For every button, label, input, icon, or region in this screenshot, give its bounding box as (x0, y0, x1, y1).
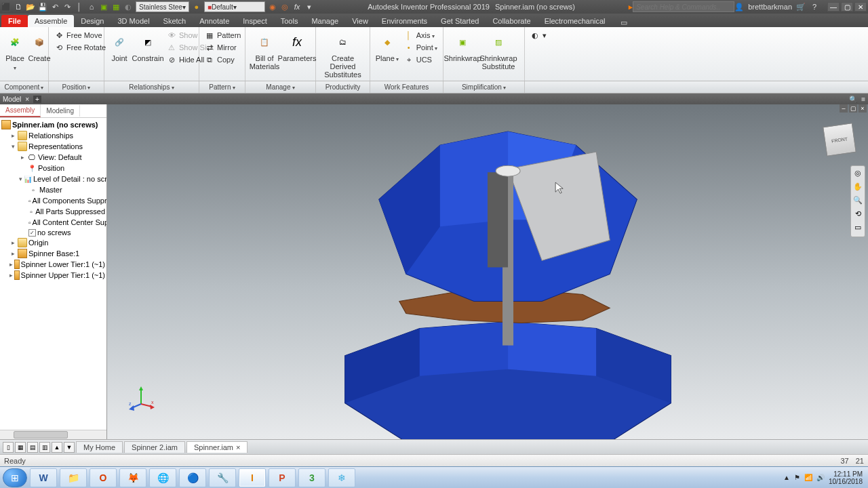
view-quad-icon[interactable]: ▦ (15, 442, 26, 453)
nav-zoom-icon[interactable]: 🔍 (852, 196, 863, 207)
taskbar-gotomeeting[interactable]: ❄ (328, 468, 355, 487)
save-icon[interactable]: 💾 (38, 2, 47, 12)
panel-pattern[interactable]: Pattern (209, 83, 235, 91)
tab-design[interactable]: Design (74, 15, 111, 27)
create-derived-button[interactable]: 🗂Create Derived Substitutes (320, 28, 366, 79)
create-button[interactable]: 📦Create (28, 28, 50, 62)
tree-representations[interactable]: ▾Representations (0, 141, 106, 152)
view-up-icon[interactable]: ▲ (52, 442, 62, 453)
panel-simplification[interactable]: Simplification (462, 83, 506, 91)
more-icon[interactable]: ▾ (304, 2, 314, 12)
tree-all-comp[interactable]: ▫All Components Suppressed (0, 195, 106, 206)
parameters-button[interactable]: fxParameters (282, 28, 312, 62)
free-rotate-button[interactable]: ⟲Free Rotate (53, 42, 107, 53)
help-icon[interactable]: ? (810, 2, 819, 12)
tree-lod[interactable]: ▾📊Level of Detail : no screws (0, 174, 106, 184)
pattern-button[interactable]: ▦Pattern (203, 30, 242, 41)
tab-3d-model[interactable]: 3D Model (111, 15, 157, 27)
panel-manage[interactable]: Manage (266, 83, 294, 91)
tray-volume-icon[interactable]: 🔊 (816, 474, 825, 481)
doc-tab-spinner2[interactable]: Spinner 2.iam (124, 441, 185, 453)
user-name[interactable]: brettbarkman (748, 3, 792, 11)
mirror-button[interactable]: ⇄Mirror (203, 42, 242, 53)
material-icon[interactable]: ◐ (123, 2, 133, 12)
doc-tab-spinner[interactable]: Spinner.iam× (186, 441, 248, 453)
view-vsplit-icon[interactable]: ▥ (39, 442, 50, 453)
cart-icon[interactable]: 🛒 (796, 2, 806, 12)
undo-icon[interactable]: ↶ (50, 2, 60, 12)
taskbar-inventor[interactable]: I (239, 468, 266, 487)
taskbar-app3[interactable]: 3 (298, 468, 326, 487)
tab-collaborate[interactable]: Collaborate (486, 15, 537, 27)
view-hsplit-icon[interactable]: ▤ (27, 442, 38, 453)
tree-no-screws[interactable]: ✓no screws (0, 228, 106, 237)
app-icon[interactable]: ⬛ (1, 2, 11, 12)
tab-tools[interactable]: Tools (274, 15, 305, 27)
tab-view[interactable]: View (345, 15, 375, 27)
appearance-override-button[interactable]: ◐▾ (529, 30, 548, 41)
point-button[interactable]: •Point (403, 42, 439, 53)
start-button[interactable]: ⊞ (3, 468, 27, 487)
tab-sketch[interactable]: Sketch (157, 15, 193, 27)
appearance-icon[interactable]: ● (192, 2, 201, 12)
tab-electromechanical[interactable]: Electromechanical (538, 15, 612, 27)
appearance-dropdown[interactable]: ■Default ▾ (204, 1, 265, 12)
joint-button[interactable]: 🔗Joint (108, 28, 130, 62)
taskbar-explorer[interactable]: 📁 (60, 468, 87, 487)
shrinkwrap-sub-button[interactable]: ▨Shrinkwrap Substitute (480, 28, 517, 70)
bom-button[interactable]: 📋Bill of Materials (250, 28, 279, 70)
tree-master[interactable]: ▫Master (0, 184, 106, 195)
doc-tab-home[interactable]: My Home (76, 441, 123, 453)
tray-network-icon[interactable]: 📶 (804, 474, 812, 481)
close-button[interactable]: ✕ (854, 2, 867, 12)
checkbox-icon[interactable]: ✓ (28, 229, 36, 237)
view-single-icon[interactable]: ▯ (3, 442, 14, 453)
new-icon[interactable]: 🗋 (14, 2, 23, 12)
view-cube[interactable]: FRONT (823, 123, 856, 157)
tree-view-default[interactable]: ▸🖵View: Default (0, 152, 106, 163)
taskbar-word[interactable]: W (30, 468, 57, 487)
user-icon[interactable]: 👤 (734, 2, 744, 12)
taskbar-chrome[interactable]: 🌐 (149, 468, 176, 487)
browser-menu-icon[interactable]: ≡ (861, 96, 865, 103)
tray-flag-icon[interactable]: ⚑ (794, 474, 800, 481)
tab-inspect[interactable]: Inspect (236, 15, 273, 27)
tree-all-cc[interactable]: ▫All Content Center Suppressed (0, 217, 106, 228)
tree-lower[interactable]: ▸Spinner Lower Tier:1 (~1) (0, 259, 106, 270)
material-dropdown[interactable]: Stainless Stee ▾ (136, 1, 189, 12)
plane-button[interactable]: ◆Plane (374, 28, 400, 63)
tab-close-icon[interactable]: × (236, 443, 240, 451)
nav-pan-icon[interactable]: ✋ (852, 182, 863, 193)
color-icon[interactable]: ◉ (268, 2, 277, 12)
adjust-icon[interactable]: ◎ (280, 2, 290, 12)
tree-all-parts[interactable]: ▫All Parts Suppressed (0, 206, 106, 217)
shrinkwrap-button[interactable]: ▣Shrinkwrap (448, 28, 477, 62)
viewport[interactable]: – ▢ × FRONT (107, 104, 868, 439)
tree-base[interactable]: ▸Spinner Base:1 (0, 248, 106, 259)
open-icon[interactable]: 📂 (26, 2, 35, 12)
tab-get-started[interactable]: Get Started (434, 15, 486, 27)
panel-relationships[interactable]: Relationships (129, 83, 174, 91)
select-icon[interactable]: ▦ (111, 2, 121, 12)
tree-upper[interactable]: ▸Spinner Upper Tier:1 (~1) (0, 270, 106, 281)
clock[interactable]: 12:11 PM 10/16/2018 (829, 470, 865, 485)
nav-wheel-icon[interactable]: ◎ (852, 169, 863, 180)
browser-scrollbar[interactable] (0, 430, 106, 439)
tab-assemble[interactable]: Assemble (28, 15, 74, 27)
browser-add-icon[interactable]: + (33, 96, 41, 103)
taskbar-powerpoint[interactable]: P (269, 468, 296, 487)
home-icon[interactable]: ⌂ (87, 2, 96, 12)
browser-tab-modeling[interactable]: Modeling (41, 105, 80, 117)
minimize-button[interactable]: — (827, 2, 840, 12)
taskbar-firefox[interactable]: 🦊 (119, 468, 146, 487)
screencast-icon[interactable]: ▭ (620, 18, 627, 27)
search-input[interactable] (633, 1, 734, 12)
tree-root[interactable]: Spinner.iam (no screws) (0, 119, 106, 130)
panel-work-features[interactable]: Work Features (384, 83, 429, 91)
redo-icon[interactable]: ↷ (62, 2, 72, 12)
browser-close-icon[interactable]: × (25, 96, 29, 103)
tab-file[interactable]: File (1, 15, 28, 27)
tray-up-icon[interactable]: ▲ (783, 474, 790, 481)
fx-icon[interactable]: fx (292, 2, 302, 12)
ucs-button[interactable]: ⌖UCS (403, 54, 439, 65)
